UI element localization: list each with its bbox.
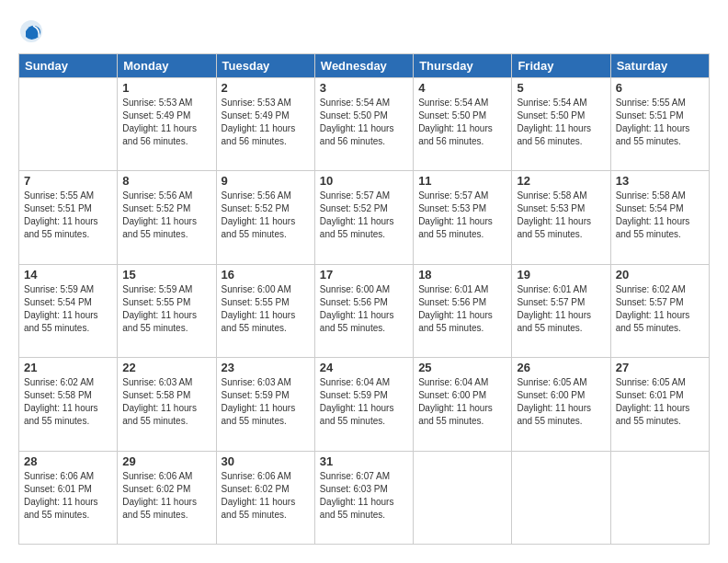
day-info: Sunrise: 5:54 AM Sunset: 5:50 PM Dayligh…: [517, 97, 605, 148]
day-cell: 2Sunrise: 5:53 AM Sunset: 5:49 PM Daylig…: [216, 78, 314, 171]
day-info: Sunrise: 5:59 AM Sunset: 5:54 PM Dayligh…: [24, 283, 112, 335]
day-number: 5: [517, 81, 605, 95]
header-cell-tuesday: Tuesday: [216, 54, 314, 78]
calendar-header: SundayMondayTuesdayWednesdayThursdayFrid…: [19, 54, 710, 78]
day-info: Sunrise: 5:58 AM Sunset: 5:53 PM Dayligh…: [517, 190, 605, 241]
day-number: 3: [320, 81, 408, 95]
day-number: 2: [222, 81, 310, 95]
day-cell: [19, 78, 118, 171]
day-info: Sunrise: 6:05 AM Sunset: 6:01 PM Dayligh…: [616, 376, 704, 428]
day-cell: 30Sunrise: 6:06 AM Sunset: 6:02 PM Dayli…: [216, 451, 314, 544]
day-number: 14: [24, 268, 112, 282]
day-number: 29: [122, 454, 210, 468]
day-info: Sunrise: 6:02 AM Sunset: 5:57 PM Dayligh…: [616, 283, 704, 335]
header-cell-sunday: Sunday: [19, 54, 118, 78]
day-number: 20: [616, 268, 704, 282]
day-cell: 7Sunrise: 5:55 AM Sunset: 5:51 PM Daylig…: [19, 171, 118, 264]
day-cell: 16Sunrise: 6:00 AM Sunset: 5:55 PM Dayli…: [216, 264, 314, 357]
day-number: 9: [222, 174, 310, 188]
day-cell: 31Sunrise: 6:07 AM Sunset: 6:03 PM Dayli…: [314, 451, 413, 544]
logo-icon: [18, 18, 44, 44]
week-row-5: 28Sunrise: 6:06 AM Sunset: 6:01 PM Dayli…: [19, 451, 710, 544]
day-cell: 27Sunrise: 6:05 AM Sunset: 6:01 PM Dayli…: [610, 358, 709, 451]
day-info: Sunrise: 5:55 AM Sunset: 5:51 PM Dayligh…: [24, 190, 112, 241]
header-row: SundayMondayTuesdayWednesdayThursdayFrid…: [19, 54, 710, 78]
day-number: 21: [24, 361, 112, 374]
header-cell-thursday: Thursday: [414, 54, 512, 78]
day-cell: 25Sunrise: 6:04 AM Sunset: 6:00 PM Dayli…: [414, 358, 512, 451]
day-cell: 21Sunrise: 6:02 AM Sunset: 5:58 PM Dayli…: [19, 358, 118, 451]
day-info: Sunrise: 6:04 AM Sunset: 5:59 PM Dayligh…: [320, 376, 408, 428]
day-number: 22: [122, 361, 210, 374]
logo: [18, 18, 48, 44]
day-cell: 9Sunrise: 5:56 AM Sunset: 5:52 PM Daylig…: [216, 171, 314, 264]
day-cell: 6Sunrise: 5:55 AM Sunset: 5:51 PM Daylig…: [610, 78, 709, 171]
day-info: Sunrise: 5:58 AM Sunset: 5:54 PM Dayligh…: [616, 190, 704, 241]
day-info: Sunrise: 5:54 AM Sunset: 5:50 PM Dayligh…: [418, 97, 506, 148]
day-info: Sunrise: 5:56 AM Sunset: 5:52 PM Dayligh…: [222, 190, 310, 241]
day-cell: 20Sunrise: 6:02 AM Sunset: 5:57 PM Dayli…: [610, 264, 709, 357]
day-cell: [610, 451, 709, 544]
day-info: Sunrise: 6:07 AM Sunset: 6:03 PM Dayligh…: [320, 470, 408, 522]
day-info: Sunrise: 6:06 AM Sunset: 6:02 PM Dayligh…: [222, 470, 310, 522]
day-number: 6: [616, 81, 704, 95]
header-cell-friday: Friday: [512, 54, 610, 78]
day-number: 13: [616, 174, 704, 188]
day-cell: 18Sunrise: 6:01 AM Sunset: 5:56 PM Dayli…: [414, 264, 512, 357]
day-cell: 10Sunrise: 5:57 AM Sunset: 5:52 PM Dayli…: [314, 171, 413, 264]
day-number: 23: [222, 361, 310, 374]
day-number: 10: [320, 174, 408, 188]
day-info: Sunrise: 5:59 AM Sunset: 5:55 PM Dayligh…: [122, 283, 210, 335]
day-cell: 1Sunrise: 5:53 AM Sunset: 5:49 PM Daylig…: [118, 78, 216, 171]
day-number: 31: [320, 454, 408, 468]
day-cell: [512, 451, 610, 544]
day-number: 25: [418, 361, 506, 374]
day-cell: 14Sunrise: 5:59 AM Sunset: 5:54 PM Dayli…: [19, 264, 118, 357]
day-info: Sunrise: 6:00 AM Sunset: 5:56 PM Dayligh…: [320, 283, 408, 335]
calendar-body: 1Sunrise: 5:53 AM Sunset: 5:49 PM Daylig…: [19, 78, 710, 545]
day-info: Sunrise: 5:54 AM Sunset: 5:50 PM Dayligh…: [320, 97, 408, 148]
day-cell: 8Sunrise: 5:56 AM Sunset: 5:52 PM Daylig…: [118, 171, 216, 264]
day-cell: 24Sunrise: 6:04 AM Sunset: 5:59 PM Dayli…: [314, 358, 413, 451]
day-number: 12: [517, 174, 605, 188]
day-number: 26: [517, 361, 605, 374]
day-number: 30: [222, 454, 310, 468]
day-cell: 4Sunrise: 5:54 AM Sunset: 5:50 PM Daylig…: [414, 78, 512, 171]
day-number: 7: [24, 174, 112, 188]
day-cell: 13Sunrise: 5:58 AM Sunset: 5:54 PM Dayli…: [610, 171, 709, 264]
day-info: Sunrise: 6:05 AM Sunset: 6:00 PM Dayligh…: [517, 376, 605, 428]
day-cell: 12Sunrise: 5:58 AM Sunset: 5:53 PM Dayli…: [512, 171, 610, 264]
day-info: Sunrise: 6:01 AM Sunset: 5:56 PM Dayligh…: [418, 283, 506, 335]
day-cell: 11Sunrise: 5:57 AM Sunset: 5:53 PM Dayli…: [414, 171, 512, 264]
day-info: Sunrise: 6:04 AM Sunset: 6:00 PM Dayligh…: [418, 376, 506, 428]
day-info: Sunrise: 5:53 AM Sunset: 5:49 PM Dayligh…: [222, 97, 310, 148]
day-info: Sunrise: 5:56 AM Sunset: 5:52 PM Dayligh…: [122, 190, 210, 241]
day-number: 8: [122, 174, 210, 188]
day-cell: 15Sunrise: 5:59 AM Sunset: 5:55 PM Dayli…: [118, 264, 216, 357]
day-number: 16: [222, 268, 310, 282]
day-cell: 23Sunrise: 6:03 AM Sunset: 5:59 PM Dayli…: [216, 358, 314, 451]
day-number: 19: [517, 268, 605, 282]
day-info: Sunrise: 6:03 AM Sunset: 5:58 PM Dayligh…: [122, 376, 210, 428]
day-cell: 5Sunrise: 5:54 AM Sunset: 5:50 PM Daylig…: [512, 78, 610, 171]
week-row-4: 21Sunrise: 6:02 AM Sunset: 5:58 PM Dayli…: [19, 358, 710, 451]
day-cell: 26Sunrise: 6:05 AM Sunset: 6:00 PM Dayli…: [512, 358, 610, 451]
calendar: SundayMondayTuesdayWednesdayThursdayFrid…: [18, 53, 710, 545]
day-number: 4: [418, 81, 506, 95]
day-number: 18: [418, 268, 506, 282]
week-row-3: 14Sunrise: 5:59 AM Sunset: 5:54 PM Dayli…: [19, 264, 710, 357]
day-number: 11: [418, 174, 506, 188]
week-row-2: 7Sunrise: 5:55 AM Sunset: 5:51 PM Daylig…: [19, 171, 710, 264]
day-info: Sunrise: 5:57 AM Sunset: 5:53 PM Dayligh…: [418, 190, 506, 241]
header-cell-saturday: Saturday: [610, 54, 709, 78]
day-info: Sunrise: 6:02 AM Sunset: 5:58 PM Dayligh…: [24, 376, 112, 428]
day-cell: 29Sunrise: 6:06 AM Sunset: 6:02 PM Dayli…: [118, 451, 216, 544]
day-info: Sunrise: 6:06 AM Sunset: 6:02 PM Dayligh…: [122, 470, 210, 522]
day-info: Sunrise: 5:53 AM Sunset: 5:49 PM Dayligh…: [122, 97, 210, 148]
day-number: 15: [122, 268, 210, 282]
day-number: 28: [24, 454, 112, 468]
day-number: 1: [122, 81, 210, 95]
day-cell: 3Sunrise: 5:54 AM Sunset: 5:50 PM Daylig…: [314, 78, 413, 171]
day-number: 24: [320, 361, 408, 374]
header: [18, 18, 710, 44]
